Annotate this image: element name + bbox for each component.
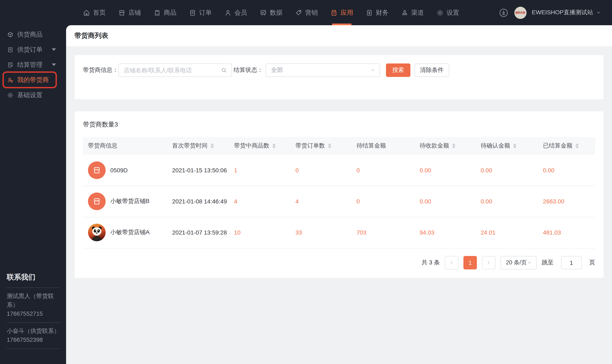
first-time-cell: 2021-01-08 14:46:49	[167, 186, 229, 217]
page-size-select[interactable]: 20 条/页	[501, 256, 537, 269]
sidebar-item-supply-goods[interactable]: 供货商品	[0, 27, 66, 42]
search-button[interactable]: 搜索	[386, 64, 410, 77]
contact-section: 联系我们 测试黑人（带货联系） 17667552715 小奋斗（供货联系） 17…	[7, 272, 60, 349]
page-body: 带货商信息： 结算状态： 全部 搜索 清除条件 带货商数量3	[66, 46, 612, 278]
settled-link[interactable]: 0.00	[538, 155, 595, 186]
pending-confirm-link[interactable]: 0.00	[476, 155, 538, 186]
sidebar-item-my-distributors[interactable]: 我的带货商	[0, 72, 66, 87]
distributor-table-card: 带货商数量3 带货商信息 首次带货时间 带货中商品数 带货订单数 待结算金额 待…	[74, 111, 604, 278]
nav-item-finance[interactable]: 财务	[365, 0, 389, 25]
account-menu[interactable]: EWEISHOP直播测试站	[532, 9, 601, 16]
prev-page-button[interactable]	[445, 256, 458, 269]
sidebar-item-supply-orders[interactable]: 供货订单	[0, 42, 66, 57]
chevron-right-icon	[486, 260, 491, 265]
settled-link[interactable]: 481.03	[538, 217, 595, 248]
goods-count-link[interactable]: 1	[229, 155, 291, 186]
col-order-count[interactable]: 带货订单数	[291, 137, 351, 155]
sort-icon[interactable]	[513, 143, 516, 149]
settings-gear-icon	[436, 9, 444, 17]
avatar-text: 易联风装	[515, 11, 525, 14]
doc-lines-icon	[7, 46, 14, 53]
page-1-button[interactable]: 1	[463, 256, 477, 269]
sort-icon[interactable]	[452, 143, 455, 149]
nav-item-channel[interactable]: 渠道	[401, 0, 424, 25]
apps-box-icon	[330, 9, 338, 17]
shop-cell: 0509D	[88, 161, 167, 179]
nav-item-members[interactable]: 会员	[224, 0, 247, 25]
settle-edit-icon	[7, 61, 14, 68]
main-nav: 首页 店铺 商品 订单 会员 数据 营销 应用 财务 渠道 设置	[83, 0, 459, 25]
contact-entry: 小奋斗（供货联系） 17667552398	[7, 323, 60, 349]
nav-item-orders[interactable]: 订单	[189, 0, 212, 25]
col-pending-confirm[interactable]: 待确认金额	[476, 137, 538, 155]
sidebar-label: 结算管理	[17, 61, 42, 69]
sort-icon[interactable]	[272, 143, 276, 149]
pending-confirm-link[interactable]: 24.01	[476, 217, 538, 248]
nav-item-goods[interactable]: 商品	[153, 0, 176, 25]
sidebar-label: 供货商品	[17, 30, 42, 39]
download-button[interactable]	[498, 7, 509, 18]
settle-status-select[interactable]: 全部	[265, 64, 380, 77]
app-root: 首页 店铺 商品 订单 会员 数据 营销 应用 财务 渠道 设置 易联风装 EW…	[0, 0, 612, 364]
sort-icon[interactable]	[210, 143, 214, 149]
nav-item-shop[interactable]: 店铺	[118, 0, 141, 25]
goods-count-link[interactable]: 10	[229, 217, 291, 248]
jump-page-input[interactable]	[561, 256, 582, 269]
sort-icon[interactable]	[328, 143, 331, 149]
nav-item-apps[interactable]: 应用	[330, 0, 353, 25]
distributor-table: 带货商信息 首次带货时间 带货中商品数 带货订单数 待结算金额 待收款金额 待确…	[83, 137, 595, 248]
order-count-link[interactable]: 33	[291, 217, 351, 248]
clear-filters-button[interactable]: 清除条件	[415, 64, 449, 77]
table-row: 0509D 2021-01-15 13:50:06 1 0 0 0.00 0.0…	[83, 155, 595, 186]
sort-icon[interactable]	[575, 143, 579, 149]
filter-row: 带货商信息： 结算状态： 全部 搜索 清除条件	[83, 64, 595, 77]
order-count-link[interactable]: 0	[291, 155, 351, 186]
nav-item-settings[interactable]: 设置	[436, 0, 459, 25]
store-avatar[interactable]: 易联风装	[514, 7, 526, 19]
contact-phone: 17667552715	[7, 309, 60, 318]
col-settled[interactable]: 已结算金额	[538, 137, 595, 155]
filter-card: 带货商信息： 结算状态： 全部 搜索 清除条件	[74, 55, 604, 99]
store-name: EWEISHOP直播测试站	[532, 9, 593, 16]
divider	[7, 349, 60, 349]
col-first-time[interactable]: 首次带货时间	[167, 137, 229, 155]
nav-label: 财务	[376, 9, 389, 17]
shop-avatar-store-icon	[88, 161, 106, 179]
nav-item-data[interactable]: 数据	[259, 0, 282, 25]
first-time-cell: 2021-01-07 13:59:28	[167, 217, 229, 248]
pending-settle-link[interactable]: 0	[351, 155, 415, 186]
nav-item-marketing[interactable]: 营销	[295, 0, 318, 25]
first-time-cell: 2021-01-15 13:50:06	[167, 155, 229, 186]
contact-name: 测试黑人（带货联系）	[7, 292, 60, 309]
shop-cell: 小敏带货店铺A	[88, 224, 167, 241]
cube-icon	[7, 31, 14, 38]
col-distributor-info: 带货商信息	[83, 137, 167, 155]
sidebar-item-basic-settings[interactable]: 基础设置	[0, 87, 66, 103]
nav-label: 商品	[164, 9, 176, 17]
pending-receive-link[interactable]: 94.03	[415, 217, 476, 248]
next-page-button[interactable]	[482, 256, 495, 269]
storefront-icon	[118, 9, 126, 17]
sidebar: 供货商品 供货订单 结算管理 我的带货商 基础设置 联系我们 测试黑人（带货联系…	[0, 25, 66, 364]
pending-settle-link[interactable]: 703	[351, 217, 415, 248]
member-person-icon	[224, 9, 232, 17]
settled-link[interactable]: 2663.00	[538, 186, 595, 217]
pending-receive-link[interactable]: 0.00	[415, 155, 476, 186]
active-tab-underline	[332, 24, 351, 25]
col-goods-count[interactable]: 带货中商品数	[229, 137, 291, 155]
goods-count-link[interactable]: 4	[229, 186, 291, 217]
pending-receive-link[interactable]: 0.00	[415, 186, 476, 217]
col-pending-receive[interactable]: 待收款金额	[415, 137, 476, 155]
nav-label: 首页	[93, 9, 106, 17]
pending-settle-link[interactable]: 0	[351, 186, 415, 217]
distributor-search-input[interactable]	[118, 64, 232, 77]
nav-item-home[interactable]: 首页	[83, 0, 106, 25]
table-row: 小敏带货店铺B 2021-01-08 14:46:49 4 4 0 0.00 0…	[83, 186, 595, 217]
distributor-count: 带货商数量3	[83, 121, 595, 129]
nav-label: 数据	[270, 9, 282, 17]
col-pending-settle: 待结算金额	[351, 137, 415, 155]
download-icon	[498, 7, 509, 18]
pending-confirm-link[interactable]: 0.00	[476, 186, 538, 217]
order-count-link[interactable]: 4	[291, 186, 351, 217]
sidebar-item-settlement[interactable]: 结算管理	[0, 57, 66, 72]
